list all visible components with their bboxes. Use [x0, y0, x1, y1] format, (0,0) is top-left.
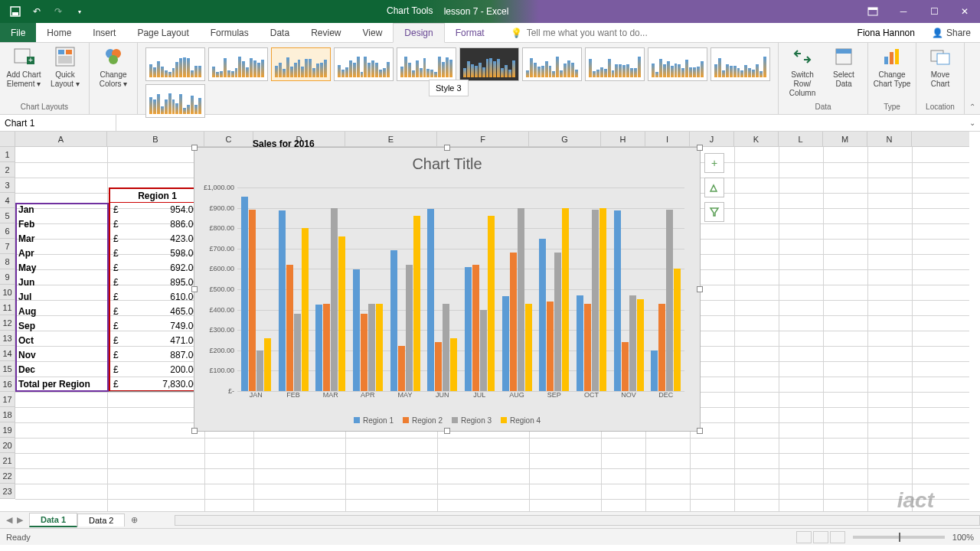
- tell-me-search[interactable]: 💡Tell me what you want to do...: [495, 23, 858, 42]
- chart-style-option[interactable]: [145, 47, 205, 81]
- resize-handle[interactable]: [191, 145, 198, 151]
- row-header[interactable]: 4: [0, 193, 15, 208]
- row-header[interactable]: 18: [0, 407, 15, 422]
- column-header[interactable]: M: [823, 132, 867, 146]
- chart-style-option[interactable]: [145, 84, 205, 118]
- column-header[interactable]: A: [15, 132, 107, 146]
- chart-bar[interactable]: [249, 210, 256, 391]
- row-header[interactable]: 22: [0, 468, 15, 484]
- add-sheet-button[interactable]: ⊕: [125, 515, 144, 525]
- save-icon[interactable]: [6, 2, 24, 21]
- chart-style-option[interactable]: [522, 47, 582, 81]
- column-header[interactable]: H: [601, 132, 645, 146]
- resize-handle[interactable]: [697, 286, 703, 292]
- user-name[interactable]: Fiona Hannon: [858, 23, 923, 42]
- chart-bar[interactable]: [658, 304, 665, 391]
- resize-handle[interactable]: [444, 428, 450, 434]
- row-header[interactable]: 8: [0, 254, 15, 269]
- row-header[interactable]: 9: [0, 269, 15, 285]
- horizontal-scrollbar[interactable]: [175, 515, 980, 526]
- tab-file[interactable]: File: [0, 23, 36, 42]
- legend-item[interactable]: Region 3: [452, 416, 492, 425]
- zoom-slider[interactable]: [853, 536, 945, 539]
- sheet-tab-data2[interactable]: Data 2: [77, 514, 125, 527]
- row-header[interactable]: 14: [0, 346, 15, 361]
- add-chart-element-button[interactable]: +Add Chart Element ▾: [5, 44, 43, 89]
- chart-filters-button[interactable]: [704, 202, 724, 222]
- chart-bar[interactable]: [331, 208, 338, 391]
- chart-style-option[interactable]: [585, 47, 645, 81]
- tab-view[interactable]: View: [352, 23, 394, 42]
- row-header[interactable]: 7: [0, 239, 15, 254]
- switch-row-column-button[interactable]: Switch Row/ Column: [783, 44, 822, 98]
- chart-style-option[interactable]: [334, 47, 394, 81]
- legend-item[interactable]: Region 4: [501, 416, 541, 425]
- chart-bar[interactable]: [599, 208, 606, 391]
- chart-bar[interactable]: [427, 209, 434, 391]
- chart-bar[interactable]: [547, 302, 554, 391]
- tab-formulas[interactable]: Formulas: [200, 23, 260, 42]
- chart-bar[interactable]: [465, 267, 472, 391]
- resize-handle[interactable]: [697, 145, 703, 151]
- column-header[interactable]: B: [107, 132, 204, 146]
- row-header[interactable]: 12: [0, 315, 15, 331]
- row-header[interactable]: 19: [0, 422, 15, 438]
- row-header[interactable]: 15: [0, 361, 15, 377]
- chart-bar[interactable]: [577, 295, 583, 391]
- row-header[interactable]: 20: [0, 438, 15, 453]
- collapse-ribbon-icon[interactable]: ⌃: [965, 99, 980, 114]
- resize-handle[interactable]: [697, 428, 703, 434]
- change-chart-type-button[interactable]: Change Chart Type: [873, 44, 911, 89]
- chart-style-option[interactable]: [208, 47, 268, 81]
- tab-data[interactable]: Data: [260, 23, 300, 42]
- chart-bar[interactable]: [353, 269, 360, 391]
- chart-bar[interactable]: [315, 305, 322, 391]
- column-header[interactable]: L: [779, 132, 823, 146]
- select-data-button[interactable]: Select Data: [825, 44, 863, 89]
- name-box[interactable]: Chart 1: [0, 115, 116, 131]
- tab-review[interactable]: Review: [300, 23, 351, 42]
- row-header[interactable]: 21: [0, 453, 15, 468]
- row-header[interactable]: 13: [0, 331, 15, 346]
- chart-bar[interactable]: [286, 265, 293, 391]
- row-header[interactable]: 6: [0, 223, 15, 239]
- sheet-nav[interactable]: ◀▶: [0, 515, 29, 525]
- row-header[interactable]: 23: [0, 484, 15, 499]
- chart-bar[interactable]: [368, 304, 375, 391]
- chart-bar[interactable]: [666, 210, 673, 391]
- chart-bar[interactable]: [651, 350, 658, 391]
- tab-format[interactable]: Format: [445, 23, 495, 42]
- chart-bar[interactable]: [406, 265, 413, 391]
- chart-bar[interactable]: [539, 239, 546, 391]
- chart-bar[interactable]: [480, 310, 487, 391]
- chart-bar[interactable]: [562, 208, 569, 391]
- chart-bar[interactable]: [488, 216, 495, 391]
- resize-handle[interactable]: [444, 145, 450, 151]
- chart-bar[interactable]: [413, 216, 420, 391]
- row-header[interactable]: 11: [0, 300, 15, 315]
- chart-bar[interactable]: [584, 304, 591, 391]
- chart-style-option[interactable]: [459, 47, 519, 81]
- chart-title[interactable]: Chart Title: [194, 148, 700, 181]
- chart-bar[interactable]: [376, 304, 383, 391]
- maximize-icon[interactable]: ☐: [919, 0, 949, 23]
- column-header[interactable]: E: [345, 132, 437, 146]
- legend-item[interactable]: Region 1: [354, 416, 394, 425]
- chart-bar[interactable]: [592, 210, 599, 391]
- chart-bar[interactable]: [510, 253, 517, 391]
- undo-icon[interactable]: ↶: [28, 2, 46, 21]
- row-header[interactable]: 17: [0, 392, 15, 407]
- chart-bar[interactable]: [518, 208, 524, 391]
- qat-customize-icon[interactable]: ▾: [70, 2, 89, 21]
- sheet-tab-data1[interactable]: Data 1: [29, 513, 77, 527]
- resize-handle[interactable]: [191, 286, 198, 292]
- quick-layout-button[interactable]: Quick Layout ▾: [46, 44, 84, 89]
- chart-object[interactable]: Chart Title £1,000.00£900.00£800.00£700.…: [194, 147, 701, 432]
- row-header[interactable]: 1: [0, 147, 15, 162]
- page-layout-view-button[interactable]: [813, 531, 828, 543]
- chart-bar[interactable]: [629, 295, 636, 391]
- tab-home[interactable]: Home: [36, 23, 82, 42]
- change-colors-button[interactable]: Change Colors ▾: [94, 44, 132, 89]
- column-header[interactable]: I: [645, 132, 690, 146]
- column-header[interactable]: F: [437, 132, 529, 146]
